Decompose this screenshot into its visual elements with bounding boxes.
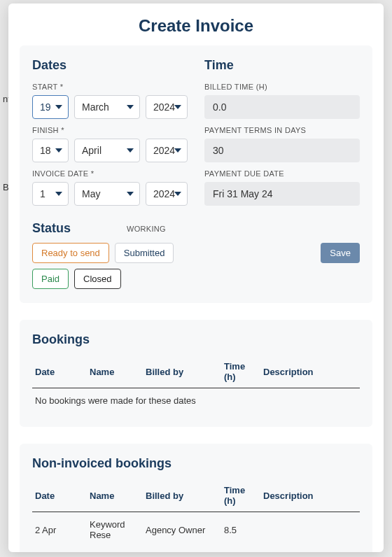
finish-month-select[interactable]: April bbox=[74, 139, 140, 162]
start-day-value: 19 bbox=[40, 101, 51, 113]
table-row: 2 Apr Keyword Rese Agency Owner 8.5 bbox=[32, 512, 360, 548]
dates-heading: Dates bbox=[32, 58, 188, 73]
bookings-table: Date Name Billed by Time (h) Description… bbox=[32, 355, 360, 413]
noninvoiced-th-date: Date bbox=[32, 479, 87, 512]
bookings-panel: Bookings Date Name Billed by Time (h) De… bbox=[20, 320, 372, 427]
time-heading: Time bbox=[204, 58, 360, 73]
bookings-th-billed: Billed by bbox=[143, 355, 221, 388]
bookings-th-time: Time (h) bbox=[221, 355, 260, 388]
status-heading: Status bbox=[32, 221, 71, 236]
bookings-empty-row: No bookings were made for these dates bbox=[32, 388, 360, 414]
caret-down-icon bbox=[127, 148, 134, 153]
caret-down-icon bbox=[55, 148, 62, 153]
dates-column: Dates START * 19 March 2024 bbox=[32, 58, 188, 211]
invoice-day-select[interactable]: 1 bbox=[32, 182, 69, 206]
bookings-empty-text: No bookings were made for these dates bbox=[32, 388, 360, 414]
invoice-month-select[interactable]: May bbox=[74, 182, 140, 206]
cell-time: 8.5 bbox=[221, 512, 260, 548]
start-month-select[interactable]: March bbox=[74, 95, 140, 119]
noninvoiced-heading: Non-invoiced bookings bbox=[32, 456, 360, 471]
noninvoiced-table: Date Name Billed by Time (h) Description… bbox=[32, 479, 360, 547]
start-month-value: March bbox=[82, 101, 109, 113]
caret-down-icon bbox=[174, 192, 181, 196]
bookings-th-name: Name bbox=[87, 355, 143, 388]
start-year-value: 2024 bbox=[153, 101, 175, 113]
bookings-th-date: Date bbox=[32, 355, 87, 388]
noninvoiced-th-time: Time (h) bbox=[221, 479, 260, 512]
invoice-year-select[interactable]: 2024 bbox=[146, 182, 188, 206]
payment-due-value: Fri 31 May 24 bbox=[204, 182, 360, 206]
cell-date: 2 Apr bbox=[32, 512, 87, 548]
cell-name: Keyword Rese bbox=[87, 512, 143, 548]
start-label: START * bbox=[32, 83, 188, 91]
billed-time-label: BILLED TIME (H) bbox=[204, 83, 360, 91]
cell-billed: Agency Owner bbox=[143, 512, 221, 548]
finish-year-select[interactable]: 2024 bbox=[146, 139, 188, 162]
bookings-heading: Bookings bbox=[32, 332, 360, 347]
noninvoiced-th-billed: Billed by bbox=[143, 479, 221, 512]
caret-down-icon bbox=[55, 192, 62, 196]
bookings-th-desc: Description bbox=[260, 355, 360, 388]
noninvoiced-th-name: Name bbox=[87, 479, 143, 512]
payment-due-label: PAYMENT DUE DATE bbox=[204, 169, 360, 178]
start-day-select[interactable]: 19 bbox=[32, 95, 69, 119]
save-button[interactable]: Save bbox=[321, 243, 360, 263]
time-column: Time BILLED TIME (H) 0.0 PAYMENT TERMS I… bbox=[204, 58, 360, 211]
status-submitted[interactable]: Submitted bbox=[115, 243, 174, 263]
dates-time-panel: Dates START * 19 March 2024 bbox=[20, 45, 372, 303]
caret-down-icon bbox=[127, 105, 134, 109]
caret-down-icon bbox=[127, 192, 134, 196]
status-working-label: WORKING bbox=[127, 225, 166, 233]
create-invoice-modal: Create Invoice Dates START * 19 March bbox=[8, 3, 384, 552]
invoice-day-value: 1 bbox=[40, 188, 46, 199]
invoice-year-value: 2024 bbox=[153, 188, 175, 199]
invoice-month-value: May bbox=[82, 188, 100, 199]
finish-day-select[interactable]: 18 bbox=[32, 139, 69, 162]
invoice-date-label: INVOICE DATE * bbox=[32, 169, 188, 178]
finish-year-value: 2024 bbox=[153, 145, 175, 156]
noninvoiced-panel: Non-invoiced bookings Date Name Billed b… bbox=[20, 444, 372, 552]
start-year-select[interactable]: 2024 bbox=[146, 95, 188, 119]
caret-down-icon bbox=[55, 105, 62, 109]
cell-desc bbox=[260, 512, 360, 548]
caret-down-icon bbox=[174, 105, 181, 109]
caret-down-icon bbox=[174, 148, 181, 153]
status-closed[interactable]: Closed bbox=[74, 269, 120, 289]
status-ready-to-send[interactable]: Ready to send bbox=[32, 243, 109, 263]
status-paid[interactable]: Paid bbox=[32, 269, 69, 289]
payment-terms-value: 30 bbox=[204, 139, 360, 162]
finish-label: FINISH * bbox=[32, 126, 188, 134]
modal-title: Create Invoice bbox=[8, 3, 384, 45]
noninvoiced-th-desc: Description bbox=[260, 479, 360, 512]
payment-terms-label: PAYMENT TERMS IN DAYS bbox=[204, 126, 360, 134]
finish-day-value: 18 bbox=[40, 145, 51, 156]
finish-month-value: April bbox=[82, 145, 102, 156]
billed-time-value: 0.0 bbox=[204, 95, 360, 119]
